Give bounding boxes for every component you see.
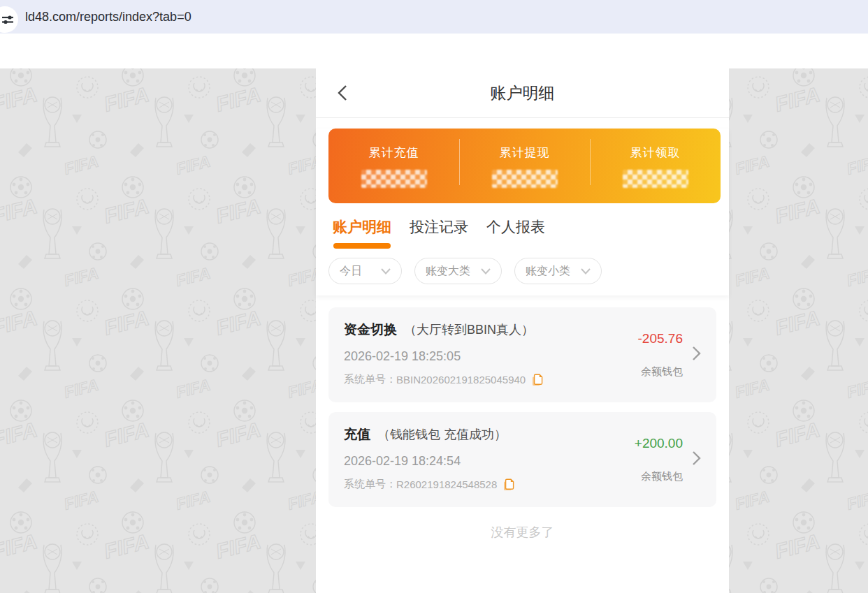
tab-bet-records[interactable]: 投注记录: [410, 217, 468, 249]
txn-type: 充值: [344, 425, 370, 444]
txn-amount: -205.76: [638, 331, 683, 346]
major-category-filter-label: 账变大类: [426, 264, 470, 279]
copy-icon[interactable]: [503, 478, 514, 491]
address-url[interactable]: ld48.com/reports/index?tab=0: [25, 0, 191, 34]
total-withdraw-masked-value: [492, 170, 558, 188]
txn-note: （钱能钱包 充值成功）: [377, 426, 507, 443]
total-claim-masked-value: [623, 170, 688, 188]
report-tabs: 账户明细 投注记录 个人报表: [333, 217, 729, 249]
minor-category-filter-dropdown[interactable]: 账变小类: [514, 258, 602, 284]
back-button[interactable]: [337, 85, 348, 101]
browser-url-bar[interactable]: ld48.com/reports/index?tab=0: [0, 0, 868, 34]
txn-datetime: 2026-02-19 18:25:05: [344, 349, 638, 364]
summary-and-filter-block: 累计充值 累计提现 累计领取 账户明细 投注记录 个人报表: [316, 129, 729, 295]
txn-note: （大厅转到BBIN真人）: [404, 321, 534, 338]
no-more-indicator: 没有更多了: [328, 524, 716, 541]
active-tab-underline: [333, 243, 391, 249]
filter-row: 今日 账变大类 账变小类: [328, 258, 729, 284]
txn-order-number: BBIN202602191825045940: [396, 374, 526, 386]
transaction-list: 资金切换 （大厅转到BBIN真人） 2026-02-19 18:25:05 系统…: [316, 295, 729, 541]
transaction-row-deposit[interactable]: 充值 （钱能钱包 充值成功） 2026-02-19 18:24:54 系统单号：…: [328, 412, 716, 507]
chevron-left-icon: [337, 85, 348, 101]
minor-category-filter-label: 账变小类: [526, 264, 570, 279]
txn-order-label: 系统单号：: [344, 478, 396, 491]
txn-order-number: R2602191824548528: [396, 478, 497, 490]
tab-account-detail[interactable]: 账户明细: [333, 217, 391, 249]
tab-personal-report-label: 个人报表: [486, 217, 545, 237]
date-filter-label: 今日: [340, 264, 362, 279]
site-settings-icon[interactable]: [0, 6, 18, 33]
txn-wallet: 余额钱包: [641, 470, 683, 483]
page-title: 账户明细: [316, 68, 729, 117]
major-category-filter-dropdown[interactable]: 账变大类: [414, 258, 502, 284]
panel-header: 账户明细: [316, 68, 729, 118]
chevron-right-icon[interactable]: [692, 451, 701, 469]
transaction-row-fund-switch[interactable]: 资金切换 （大厅转到BBIN真人） 2026-02-19 18:25:05 系统…: [328, 307, 716, 402]
tune-icon: [1, 13, 15, 27]
tab-account-detail-label: 账户明细: [333, 217, 391, 237]
totals-banner: 累计充值 累计提现 累计领取: [328, 129, 721, 203]
account-detail-panel: 账户明细 累计充值 累计提现 累计领取 账户明细 投注记: [316, 68, 729, 593]
chevron-down-icon: [381, 268, 391, 274]
txn-datetime: 2026-02-19 18:24:54: [344, 454, 635, 469]
total-claim-label: 累计领取: [630, 145, 681, 161]
date-filter-dropdown[interactable]: 今日: [328, 258, 402, 284]
total-deposit-label: 累计充值: [369, 145, 419, 161]
total-deposit-block: 累计充值: [328, 129, 459, 203]
total-deposit-masked-value: [361, 170, 427, 188]
txn-wallet: 余额钱包: [641, 365, 683, 379]
total-withdraw-block: 累计提现: [459, 129, 590, 203]
txn-order-label: 系统单号：: [344, 373, 396, 386]
tab-personal-report[interactable]: 个人报表: [486, 217, 545, 249]
txn-amount: +200.00: [635, 436, 683, 451]
chevron-down-icon: [481, 268, 491, 274]
tab-bet-records-label: 投注记录: [410, 217, 468, 237]
copy-icon[interactable]: [532, 374, 543, 386]
chevron-down-icon: [581, 268, 591, 274]
chevron-right-icon[interactable]: [692, 346, 701, 364]
txn-type: 资金切换: [344, 321, 397, 339]
total-claim-block: 累计领取: [590, 129, 721, 203]
total-withdraw-label: 累计提现: [500, 145, 550, 161]
